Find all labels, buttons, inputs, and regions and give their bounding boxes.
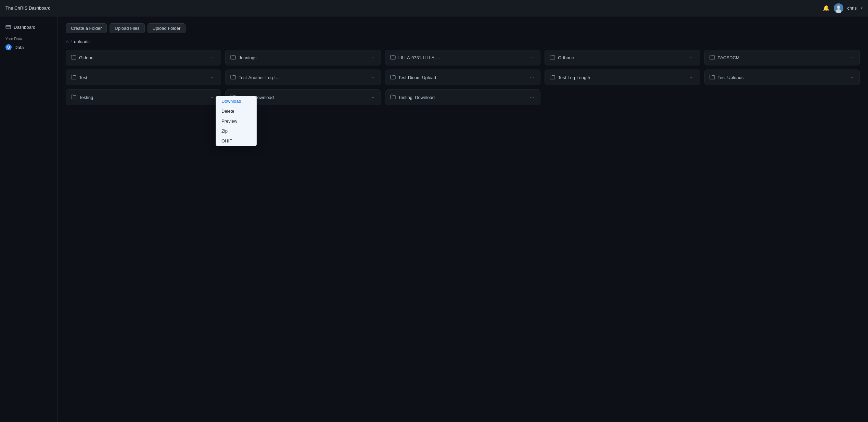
breadcrumb: ⌂ / uploads xyxy=(66,39,860,44)
more-button[interactable]: ··· xyxy=(209,74,216,81)
sidebar-dashboard-label: Dashboard xyxy=(14,25,36,30)
sidebar-item-dashboard[interactable]: Dashboard xyxy=(0,22,57,33)
upload-folder-button[interactable]: Upload Folder xyxy=(148,23,186,33)
folder-name: Orthanc xyxy=(558,55,574,60)
folder-name: Testing xyxy=(79,95,93,100)
folder-card-left: Test-Uploads xyxy=(710,75,744,80)
folder-name: Test xyxy=(79,75,87,80)
folder-card[interactable]: Jennings ··· xyxy=(225,50,381,65)
chevron-down-icon[interactable]: ▾ xyxy=(861,6,863,10)
folder-card[interactable]: Test ··· xyxy=(66,70,221,85)
folder-name: Test-Leg-Length xyxy=(558,75,590,80)
folder-icon xyxy=(390,95,396,100)
avatar-image xyxy=(834,3,843,13)
more-button[interactable]: ··· xyxy=(848,74,855,81)
folder-card[interactable]: Testing ··· xyxy=(66,89,221,105)
context-menu-item[interactable]: Preview xyxy=(216,116,256,126)
folder-card-left: Testing_Download xyxy=(390,95,435,100)
folder-icon xyxy=(71,95,76,100)
folder-card[interactable]: LILLA-9731-LILLA-9731-19000101 ··· xyxy=(385,50,540,65)
bell-icon[interactable]: 🔔 xyxy=(823,5,830,11)
folder-card[interactable]: Test-Leg-Length ··· xyxy=(545,70,700,85)
header-right: 🔔 chris ▾ xyxy=(823,3,863,13)
more-button[interactable]: ··· xyxy=(209,54,216,61)
more-button[interactable]: ··· xyxy=(529,74,536,81)
folder-icon xyxy=(390,75,396,80)
username-label: chris xyxy=(847,5,857,11)
folder-card[interactable]: Test-Dicom-Upload ··· xyxy=(385,70,540,85)
context-menu: DownloadDeletePreviewZipOHIF xyxy=(216,96,257,146)
folder-card[interactable]: PACSDCM ··· xyxy=(704,50,860,65)
folder-card[interactable]: Test-Uploads ··· xyxy=(704,70,860,85)
more-button[interactable]: ··· xyxy=(529,54,536,61)
more-button[interactable]: ··· xyxy=(529,94,536,101)
app-title: The ChRIS Dashboard xyxy=(5,5,51,11)
action-bar: Create a Folder Upload Files Upload Fold… xyxy=(66,23,860,33)
create-folder-button[interactable]: Create a Folder xyxy=(66,23,107,33)
home-icon[interactable]: ⌂ xyxy=(66,39,68,44)
dashboard-icon xyxy=(5,24,11,30)
sidebar-item-data[interactable]: U Data xyxy=(0,42,57,52)
folder-icon xyxy=(550,55,555,61)
folder-card[interactable]: Test-Another-Leg-Image ··· xyxy=(225,70,381,85)
sidebar: Dashboard Your Data U Data xyxy=(0,16,58,422)
folder-card[interactable]: Gideon ··· xyxy=(66,50,221,65)
folder-icon xyxy=(710,75,715,80)
upload-files-button[interactable]: Upload Files xyxy=(110,23,144,33)
your-data-section: Your Data xyxy=(0,33,57,42)
folder-card-left: Test-Dicom-Upload xyxy=(390,75,436,80)
user-badge: U xyxy=(5,44,12,50)
folder-name: Jennings xyxy=(239,55,256,60)
folder-card-left: Test-Leg-Length xyxy=(550,75,590,80)
folder-card-left: LILLA-9731-LILLA-9731-19000101 xyxy=(390,55,443,61)
more-button[interactable]: ··· xyxy=(369,54,376,61)
folder-card-left: PACSDCM xyxy=(710,55,740,61)
sidebar-data-label: Data xyxy=(14,45,24,50)
folder-grid: Gideon ··· Jennings ··· LILL xyxy=(66,50,860,105)
folder-name: PACSDCM xyxy=(718,55,740,60)
more-button[interactable]: ··· xyxy=(688,54,695,61)
more-button[interactable]: ··· xyxy=(688,74,695,81)
top-header: The ChRIS Dashboard 🔔 chris ▾ xyxy=(0,0,868,16)
breadcrumb-separator: / xyxy=(71,39,72,44)
folder-card-left: Test-Another-Leg-Image xyxy=(230,75,283,80)
folder-icon xyxy=(550,75,555,80)
folder-name: LILLA-9731-LILLA-9731-19000101 xyxy=(398,55,443,60)
folder-icon xyxy=(71,55,76,61)
folder-name: Test-Uploads xyxy=(718,75,744,80)
folder-card-left: Testing xyxy=(71,95,93,100)
folder-card-left: Gideon xyxy=(71,55,93,61)
avatar[interactable] xyxy=(834,3,843,13)
more-button[interactable]: ··· xyxy=(848,54,855,61)
folder-icon xyxy=(710,55,715,61)
context-menu-item[interactable]: OHIF xyxy=(216,136,256,146)
more-button[interactable]: ··· xyxy=(369,94,376,101)
folder-card-left: Jennings xyxy=(230,55,256,61)
svg-point-1 xyxy=(837,5,840,9)
folder-icon xyxy=(390,55,396,61)
folder-name: Test-Dicom-Upload xyxy=(398,75,436,80)
folder-card-left: Orthanc xyxy=(550,55,574,61)
folder-name: Testing_Download xyxy=(398,95,435,100)
main-content: Create a Folder Upload Files Upload Fold… xyxy=(58,16,868,422)
context-menu-item[interactable]: Zip xyxy=(216,126,256,136)
folder-card[interactable]: Orthanc ··· xyxy=(545,50,700,65)
folder-icon xyxy=(230,55,236,61)
folder-name: Gideon xyxy=(79,55,93,60)
folder-icon xyxy=(71,75,76,80)
context-menu-item[interactable]: Download xyxy=(216,96,256,106)
folder-card-left: Test xyxy=(71,75,87,80)
folder-icon xyxy=(230,75,236,80)
breadcrumb-current: uploads xyxy=(74,39,90,44)
more-button[interactable]: ··· xyxy=(209,94,216,101)
folder-name: Test-Another-Leg-Image xyxy=(239,75,283,80)
more-button[interactable]: ··· xyxy=(369,74,376,81)
folder-card[interactable]: Testing_Download ··· xyxy=(385,89,540,105)
context-menu-item[interactable]: Delete xyxy=(216,106,256,116)
